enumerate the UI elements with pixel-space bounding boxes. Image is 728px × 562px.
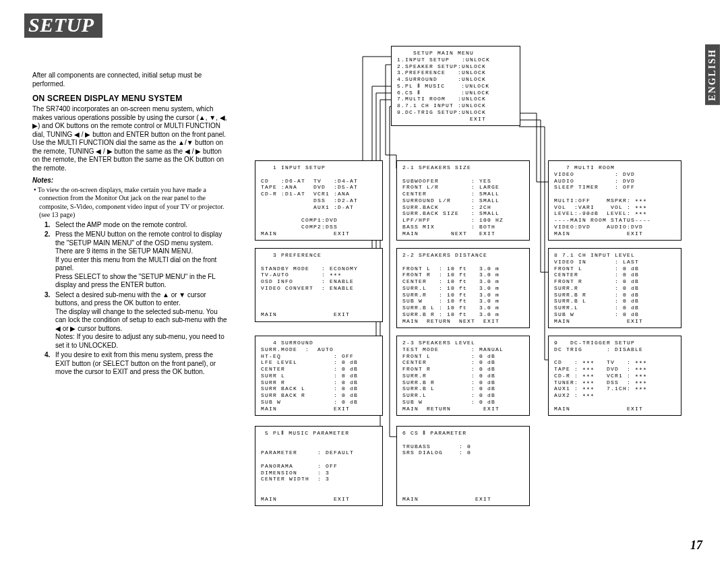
step-num: 4.	[44, 351, 55, 377]
step-1: Select the AMP mode on the remote contro…	[55, 221, 228, 230]
menu-speakers-level: 2-3 SPEAKERS LEVEL TEST MODE : MANUAL FR…	[396, 336, 530, 416]
bullet-note: • To view the on-screen displays, make c…	[39, 186, 228, 220]
step-num: 1.	[44, 221, 55, 230]
menu-multi-room: 7 MULTI ROOM VIDEO : DVD AUDIO : DVD SLE…	[548, 160, 681, 241]
page-number: 17	[690, 538, 702, 553]
step-2: Press the MENU button on the remote cont…	[55, 230, 228, 290]
menu-pl2: 5 PLⅡ MUSIC PARAMETER PARAMETER : DEFAUL…	[255, 426, 383, 506]
menu-cs2: 6 CS Ⅱ PARAMETER TRUBASS : 0 SRS DIALOG …	[396, 426, 530, 506]
language-tab: ENGLISH	[705, 44, 720, 105]
section-heading: ON SCREEN DISPLAY MENU SYSTEM	[32, 94, 228, 104]
step-num: 2.	[44, 230, 55, 290]
menu-preference: 3 PREFERENCE STANDBY MODE : ECONOMY TV-A…	[255, 248, 383, 322]
step-4: If you desire to exit from this menu sys…	[55, 351, 228, 377]
para-1: The SR7400 incorporates an on-screen men…	[32, 105, 228, 173]
page-title: SETUP	[24, 13, 102, 38]
notes-heading: Notes:	[32, 177, 228, 185]
menu-diagram: SETUP MAIN MENU 1.INPUT SETUP :UNLOCK 2.…	[241, 40, 706, 526]
menu-surround: 4 SURROUND SURR.MODE : AUTO HT-EQ : OFF …	[255, 336, 383, 416]
body-text: After all components are connected, init…	[32, 71, 228, 378]
intro-text: After all components are connected, init…	[32, 71, 228, 88]
menu-71ch: 8 7.1 CH INPUT LEVEL VIDEO IN : LAST FRO…	[548, 248, 681, 328]
menu-input-setup: 1 INPUT SETUP CD :D6-AT TV :D4-AT TAPE :…	[255, 160, 383, 241]
step-3: Select a desired sub-menu with the ▲ or …	[55, 291, 228, 350]
menu-main: SETUP MAIN MENU 1.INPUT SETUP :UNLOCK 2.…	[391, 46, 520, 126]
menu-dctrig: 9 DC-TRIGGER SETUP DC TRIG : DISABLE CD …	[548, 336, 681, 416]
step-num: 3.	[44, 291, 55, 350]
menu-speakers-size: 2-1 SPEAKERS SIZE SUBWOOFER : YES FRONT …	[396, 160, 530, 241]
menu-speakers-distance: 2-2 SPEAKERS DISTANCE FRONT L : 10 ft 3.…	[396, 248, 530, 328]
